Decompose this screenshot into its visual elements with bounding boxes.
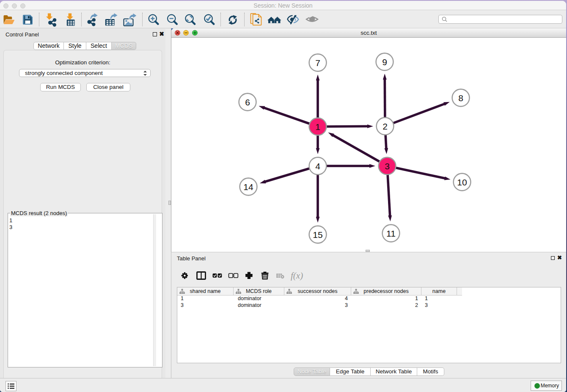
svg-text:1: 1 [315,122,320,132]
svg-text:10: 10 [457,177,467,187]
svg-text:8: 8 [458,93,463,103]
svg-text:4: 4 [315,161,320,171]
svg-text:15: 15 [313,230,322,240]
svg-text:9: 9 [382,57,387,67]
svg-text:14: 14 [243,182,253,192]
svg-text:2: 2 [383,121,388,131]
svg-text:11: 11 [386,229,396,238]
svg-text:6: 6 [245,97,250,107]
svg-text:f(x): f(x) [291,271,303,281]
svg-text:7: 7 [315,58,320,68]
svg-text:3: 3 [385,161,390,171]
